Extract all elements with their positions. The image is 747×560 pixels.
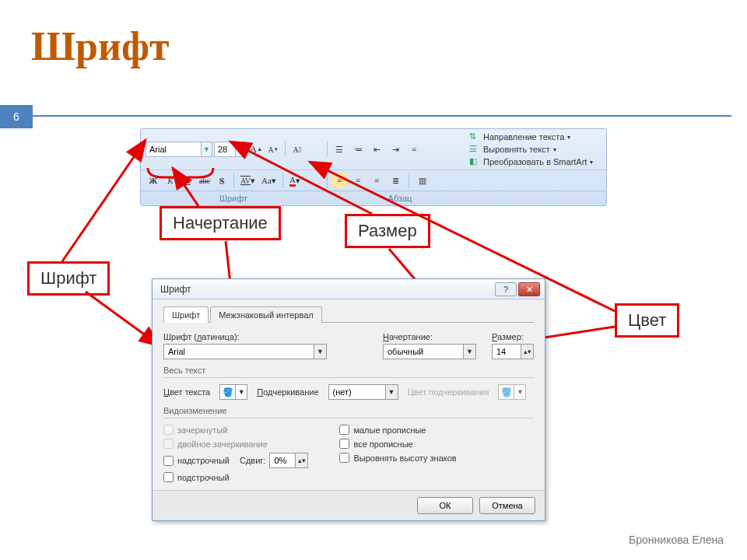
close-button[interactable]: ✕ bbox=[518, 282, 540, 296]
cancel-button[interactable]: Отмена bbox=[479, 497, 535, 514]
align-text-label: Выровнять текст bbox=[483, 145, 550, 154]
justify-button[interactable]: ≣ bbox=[388, 173, 403, 188]
style-combo[interactable]: ▼ bbox=[383, 344, 476, 359]
font-size-input[interactable] bbox=[215, 142, 235, 156]
label-font-latin: Шрифт (латиница): bbox=[163, 332, 367, 341]
callout-color: Цвет bbox=[615, 303, 679, 338]
callout-style: Начертание bbox=[160, 206, 281, 240]
dialog-titlebar[interactable]: Шрифт ? ✕ bbox=[153, 279, 545, 299]
chevron-down-icon: ▾ bbox=[553, 146, 556, 153]
line-spacing-button[interactable]: ≡ bbox=[406, 142, 422, 157]
spinner-icon[interactable]: ▴▾ bbox=[521, 345, 533, 359]
chevron-down-icon[interactable]: ▼ bbox=[463, 345, 475, 359]
align-center-button[interactable]: ≡ bbox=[350, 173, 366, 188]
label-shift: Сдвиг: bbox=[240, 456, 265, 465]
chevron-down-icon[interactable]: ▼ bbox=[235, 142, 246, 156]
dialog-title: Шрифт bbox=[160, 284, 191, 295]
chk-super[interactable]: надстрочный Сдвиг: ▴▾ bbox=[163, 453, 308, 468]
chevron-down-icon[interactable]: ▼ bbox=[201, 142, 212, 156]
columns-button[interactable]: ▥ bbox=[415, 173, 430, 188]
text-direction-icon: ⇅ bbox=[469, 131, 480, 142]
label-size: Размер: bbox=[492, 332, 534, 341]
chevron-down-icon[interactable]: ▼ bbox=[236, 385, 247, 399]
align-right-button[interactable]: ≡ bbox=[369, 173, 384, 188]
strike-button[interactable]: abc bbox=[197, 173, 212, 188]
chk-allcaps[interactable]: все прописные bbox=[339, 439, 456, 449]
chk-smallcaps[interactable]: малые прописные bbox=[339, 425, 456, 435]
style-input[interactable] bbox=[384, 345, 463, 359]
bucket-icon: 🪣 bbox=[499, 385, 514, 399]
smartart-icon: ◧ bbox=[469, 156, 480, 167]
font-latin-combo[interactable]: ▼ bbox=[163, 344, 327, 359]
size-spinner[interactable]: ▴▾ bbox=[492, 344, 534, 359]
svg-line-0 bbox=[62, 140, 146, 261]
align-text-menu[interactable]: ☰ Выровнять текст ▾ bbox=[469, 144, 556, 155]
grow-font-button[interactable]: A▲ bbox=[248, 142, 264, 157]
label-style: Начертание: bbox=[383, 332, 476, 341]
bucket-icon: 🪣 bbox=[220, 385, 236, 399]
font-name-input[interactable] bbox=[146, 142, 201, 156]
underline-combo[interactable]: ▼ bbox=[328, 384, 398, 400]
italic-button[interactable]: К bbox=[163, 173, 178, 188]
smartart-label: Преобразовать в SmartArt bbox=[483, 157, 587, 166]
callout-font: Шрифт bbox=[27, 261, 110, 296]
bullets-button[interactable]: ☰ bbox=[331, 142, 347, 157]
text-direction-menu[interactable]: ⇅ Направление текста ▾ bbox=[469, 131, 570, 142]
ok-button[interactable]: ОК bbox=[417, 497, 473, 514]
underline-button[interactable]: Ч bbox=[180, 173, 195, 188]
page-number: 6 bbox=[0, 105, 33, 128]
chk-dblstrike[interactable]: двойное зачеркивание bbox=[163, 439, 308, 449]
font-name-combo[interactable]: ▼ bbox=[146, 142, 212, 157]
section-effects: Видоизменение bbox=[163, 406, 534, 418]
spinner-icon[interactable]: ▴▾ bbox=[295, 453, 307, 467]
underline-color-button[interactable]: 🪣▼ bbox=[498, 384, 526, 400]
text-direction-label: Направление текста bbox=[483, 132, 564, 142]
clear-format-button[interactable]: A⃠ bbox=[289, 142, 305, 157]
align-left-button[interactable]: ≡ bbox=[331, 173, 347, 188]
svg-line-1 bbox=[86, 292, 160, 346]
numbering-button[interactable]: ≔ bbox=[350, 142, 366, 157]
label-underline: Подчеркивание bbox=[257, 387, 318, 397]
ribbon-group-labels: Шрифт Абзац bbox=[141, 191, 606, 205]
shift-input[interactable] bbox=[270, 453, 295, 467]
font-dialog: Шрифт ? ✕ Шрифт Межзнаковый интервал Шри… bbox=[152, 278, 545, 521]
chevron-down-icon[interactable]: ▼ bbox=[514, 385, 525, 399]
font-color-button[interactable]: A▾ bbox=[287, 173, 303, 188]
accent-rule bbox=[33, 115, 731, 117]
text-color-button[interactable]: 🪣▼ bbox=[219, 384, 247, 400]
callout-size: Размер bbox=[345, 214, 430, 248]
font-latin-input[interactable] bbox=[164, 345, 314, 359]
indent-button[interactable]: ⇥ bbox=[388, 142, 403, 157]
shadow-button[interactable]: S bbox=[214, 173, 230, 188]
chevron-down-icon[interactable]: ▼ bbox=[314, 345, 326, 359]
chevron-down-icon[interactable]: ▼ bbox=[385, 385, 398, 399]
chevron-down-icon: ▾ bbox=[590, 159, 593, 166]
kerning-button[interactable]: AV▾ bbox=[238, 173, 258, 188]
slide-title: Шрифт bbox=[31, 23, 170, 69]
ribbon-home: ▼ ▼ A▲ A▼ A⃠ ☰ ≔ ⇤ ⇥ ≡ ⇅ bbox=[140, 128, 607, 206]
underline-input[interactable] bbox=[329, 385, 385, 399]
label-text-color: Цвет текста bbox=[163, 387, 210, 397]
smartart-menu[interactable]: ◧ Преобразовать в SmartArt ▾ bbox=[469, 156, 593, 167]
chk-sub[interactable]: подстрочный bbox=[163, 472, 308, 482]
size-input[interactable] bbox=[493, 345, 521, 359]
shrink-font-button[interactable]: A▼ bbox=[265, 142, 281, 157]
font-size-combo[interactable]: ▼ bbox=[214, 142, 247, 157]
section-all-text: Весь текст bbox=[163, 366, 534, 378]
bold-button[interactable]: Ж bbox=[146, 173, 161, 188]
author-footer: Бронникова Елена bbox=[629, 534, 724, 546]
help-button[interactable]: ? bbox=[495, 282, 517, 296]
chk-equalize[interactable]: Выровнять высоту знаков bbox=[339, 453, 456, 463]
chevron-down-icon: ▾ bbox=[567, 134, 570, 141]
chk-strike[interactable]: зачеркнутый bbox=[163, 425, 308, 435]
tab-spacing[interactable]: Межзнаковый интервал bbox=[210, 306, 322, 323]
label-underline-color: Цвет подчеркивания bbox=[408, 387, 489, 397]
align-text-icon: ☰ bbox=[469, 144, 480, 155]
outdent-button[interactable]: ⇤ bbox=[369, 142, 384, 157]
tab-font[interactable]: Шрифт bbox=[163, 306, 209, 323]
change-case-button[interactable]: Aa▾ bbox=[259, 173, 279, 188]
